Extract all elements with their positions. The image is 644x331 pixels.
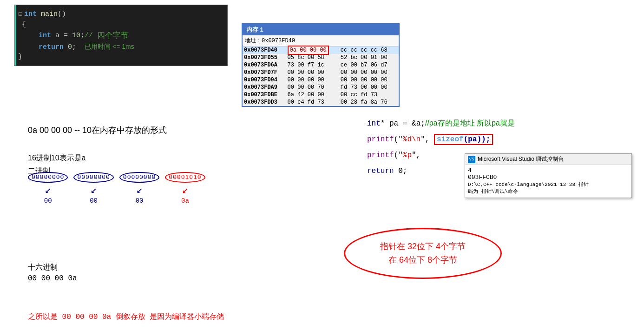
memory-title: 内存 1 <box>243 24 399 35</box>
binary-byte-1: 00000000 ↙ 00 <box>28 172 68 205</box>
byte-oval-1: 00000000 <box>28 172 68 183</box>
code-line-4: return 0; 已用时间 <= 1ms <box>14 42 227 52</box>
console-title-bar: VS Microsoft Visual Studio 调试控制台 <box>465 154 631 165</box>
byte-oval-4: 00001010 <box>165 172 205 183</box>
hex-label: 十六进制 <box>28 263 58 272</box>
hex-values: 00 00 00 0a <box>28 274 77 283</box>
code-line-2: { <box>14 20 227 29</box>
pointer-ellipse-text: 指针在 32位下 4个字节 在 64位下 8个字节 <box>380 240 466 267</box>
byte-label-2: 00 <box>90 197 98 205</box>
code-line-5: } <box>14 52 227 62</box>
hex16-label: 16进制10表示是a <box>28 153 86 163</box>
binary-byte-3: 00000000 ↙ 00 <box>119 172 159 205</box>
console-line-3: D:\C,C++ code\c-language\2021 12 28 指针 <box>468 181 629 188</box>
bottom-note: 之所以是 00 00 00 0a 倒叙存放 是因为编译器小端存储 <box>28 312 224 322</box>
memory-row-6: 0x0073FDBE 6a 42 00 00 00 cc fd 73 <box>243 91 399 99</box>
console-body: 4 003FFCB0 D:\C,C++ code\c-language\2021… <box>465 165 631 198</box>
memory-row-3: 0x0073FD7F 00 00 00 00 00 00 00 00 00 <box>243 69 399 76</box>
byte-label-4: 0a <box>181 197 189 205</box>
memory-row-5: 0x0073FDA9 00 00 00 70 fd 73 00 00 00 <box>243 84 399 91</box>
memory-row-7: 0x0073FDD3 00 e4 fd 73 00 28 fa 8a 76 <box>243 99 399 106</box>
byte-label-3: 00 <box>136 197 144 205</box>
binary-section: 00000000 ↙ 00 00000000 ↙ 00 00000000 ↙ 0… <box>28 167 205 205</box>
address-label: 地址： <box>245 37 262 45</box>
binary-boxes: 00000000 ↙ 00 00000000 ↙ 00 00000000 ↙ 0… <box>28 172 205 205</box>
console-line-2: 003FFCB0 <box>468 174 629 181</box>
memory-row-1: 0x0073FD55 05 8c 00 58 52 bc 00 01 00 <box>243 54 399 61</box>
console-window: VS Microsoft Visual Studio 调试控制台 4 003FF… <box>465 153 632 198</box>
byte-label-1: 00 <box>44 197 52 205</box>
code-editor: ⊟int main() { int a = 10;// 四个字节 return … <box>14 5 228 66</box>
code-line-1: ⊟int main() <box>14 9 227 20</box>
right-code-line1: int* pa = &a;//pa存的是地址 所以pa就是 <box>367 116 515 131</box>
console-title-text: Microsoft Visual Studio 调试控制台 <box>478 155 564 163</box>
code-line-3: int a = 10;// 四个字节 <box>14 29 227 42</box>
pointer-ellipse: 指针在 32位下 4个字节 在 64位下 8个字节 <box>344 228 502 279</box>
memory-row-4: 0x0073FD94 00 00 00 00 00 00 00 00 00 <box>243 76 399 84</box>
binary-byte-2: 00000000 ↙ 00 <box>73 172 113 205</box>
vs-icon: VS <box>468 156 475 163</box>
memory-row-2: 0x0073FD6A 73 00 f7 1c ce 00 b7 06 d7 <box>243 61 399 69</box>
memory-row-0: 0x0073FD40 0a 00 00 00 cc cc cc cc 68 <box>243 46 399 54</box>
memory-format-label: 0a 00 00 00 -- 10在内存中存放的形式 <box>28 125 167 136</box>
memory-window: 内存 1 地址： 0x0073FD40 0x0073FD40 0a 00 00 … <box>242 23 400 107</box>
binary-byte-4: 00001010 ↙ 0a <box>165 172 205 205</box>
memory-address-bar: 地址： 0x0073FD40 <box>243 35 399 46</box>
console-line-4: 码为 指针\调试\命令 <box>468 188 629 195</box>
byte-oval-2: 00000000 <box>73 172 113 183</box>
memory-table: 0x0073FD40 0a 00 00 00 cc cc cc cc 68 0x… <box>243 46 399 106</box>
right-code-line2: printf("%d\n", sizeof(pa)); <box>367 132 515 146</box>
byte-oval-3: 00000000 <box>119 172 159 183</box>
console-line-1: 4 <box>468 167 629 174</box>
address-value: 0x0073FD40 <box>262 38 295 44</box>
